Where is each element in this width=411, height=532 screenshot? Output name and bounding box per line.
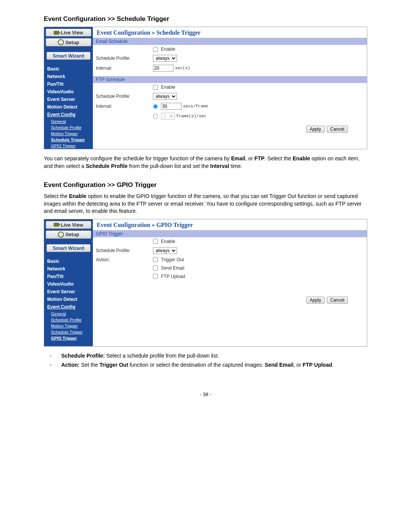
apply-button[interactable]: Apply xyxy=(306,126,325,133)
subnav-schedule-trigger[interactable]: Schedule Trigger xyxy=(44,137,93,143)
subnav-motion-trigger[interactable]: Motion Trigger xyxy=(44,323,93,329)
ftp-enable-checkbox[interactable] xyxy=(153,85,158,90)
schedule-profile-label: Schedule Profile: xyxy=(96,248,153,253)
email-schedule-header: Email Schedule xyxy=(93,38,367,45)
section2-intro: Select the Enable option to enable the G… xyxy=(44,193,367,215)
email-enable-checkbox[interactable] xyxy=(153,47,158,52)
send-email-label: Send Email xyxy=(161,265,184,271)
subnav-gpio-trigger[interactable]: GPIO Trigger xyxy=(44,143,93,149)
subnav-schedule-profile[interactable]: Schedule Profile xyxy=(44,125,93,131)
setup-button[interactable]: Setup xyxy=(46,38,91,46)
gpio-trigger-header: GPIO Trigger xyxy=(93,230,367,237)
subnav-gpio-trigger[interactable]: GPIO Trigger xyxy=(44,335,93,341)
camera-icon xyxy=(54,31,59,35)
breadcrumb: Event Configuration » Schedule Trigger xyxy=(93,27,367,38)
bullet-schedule-profile: -Schedule Profile: Select a schedule pro… xyxy=(44,352,367,360)
smart-wizard-button[interactable]: Smart Wizard xyxy=(46,244,91,252)
nav-pantilt[interactable]: Pan/Tilt xyxy=(44,273,93,280)
sidebar: Live View Setup Smart Wizard Basic Netwo… xyxy=(44,219,93,346)
subnav-schedule-trigger[interactable]: Schedule Trigger xyxy=(44,329,93,335)
live-view-button[interactable]: Live View xyxy=(46,29,91,37)
secsframe-unit: secs/frame xyxy=(183,104,208,109)
section1-body: You can separately configure the schedul… xyxy=(44,155,367,170)
ftp-upload-checkbox[interactable] xyxy=(153,274,158,279)
trigger-out-label: Trigger Out xyxy=(161,257,184,262)
page-number: - 38 - xyxy=(44,391,367,397)
live-view-button[interactable]: Live View xyxy=(46,221,91,229)
nav-network[interactable]: Network xyxy=(44,73,93,80)
cancel-button[interactable]: Cancel xyxy=(327,297,348,304)
ftp-schedule-header: FTP Schedule xyxy=(93,76,367,83)
send-email-checkbox[interactable] xyxy=(153,265,158,270)
schedule-profile-label: Schedule Profile: xyxy=(96,56,153,61)
section-title: Event Configuration >> GPIO Trigger xyxy=(44,181,367,189)
ftp-upload-label: FTP Upload xyxy=(161,274,185,279)
section-title: Event Configuration >> Schedule Trigger xyxy=(44,15,367,23)
breadcrumb: Event Configuration » GPIO Trigger xyxy=(93,219,367,230)
ui-panel-schedule: Live View Setup Smart Wizard Basic Netwo… xyxy=(44,27,367,149)
setup-button[interactable]: Setup xyxy=(46,230,91,239)
subnav-schedule-profile[interactable]: Schedule Profile xyxy=(44,317,93,323)
apply-button[interactable]: Apply xyxy=(306,297,325,304)
nav-pantilt[interactable]: Pan/Tilt xyxy=(44,80,93,88)
content-area: Event Configuration » Schedule Trigger E… xyxy=(93,27,367,149)
ftp-secsframe-input[interactable] xyxy=(161,103,182,110)
email-schedule-profile-select[interactable]: always xyxy=(153,55,177,62)
nav-eventconfig[interactable]: Event Config xyxy=(44,303,93,311)
email-interval-input[interactable] xyxy=(153,65,174,72)
cancel-button[interactable]: Cancel xyxy=(327,126,348,133)
nav-basic[interactable]: Basic xyxy=(44,257,93,265)
ui-panel-gpio: Live View Setup Smart Wizard Basic Netwo… xyxy=(44,219,367,347)
ftp-framessec-select[interactable]: 1 xyxy=(161,113,175,120)
action-label: Action: xyxy=(96,257,153,262)
secs-unit: sec(s) xyxy=(175,66,190,70)
camera-icon xyxy=(54,223,59,227)
gear-icon xyxy=(58,232,64,238)
ftp-secsframe-radio[interactable] xyxy=(153,104,158,109)
nav-motiondetect[interactable]: Motion Detect xyxy=(44,296,93,303)
nav-basic[interactable]: Basic xyxy=(44,65,93,73)
nav-motiondetect[interactable]: Motion Detect xyxy=(44,103,93,111)
smart-wizard-button[interactable]: Smart Wizard xyxy=(46,52,91,60)
bullet-action: -Action: Set the Trigger Out function or… xyxy=(44,361,367,369)
ftp-framessec-radio[interactable] xyxy=(153,114,158,119)
enable-label: Enable xyxy=(161,85,175,90)
enable-label: Enable xyxy=(161,239,175,244)
sidebar: Live View Setup Smart Wizard Basic Netwo… xyxy=(44,27,93,149)
nav-eventserver[interactable]: Event Server xyxy=(44,96,93,103)
nav-network[interactable]: Network xyxy=(44,265,93,273)
ftp-schedule-profile-select[interactable]: always xyxy=(153,93,177,100)
gpio-enable-checkbox[interactable] xyxy=(153,239,158,244)
content-area: Event Configuration » GPIO Trigger GPIO … xyxy=(93,219,367,346)
interval-label: Interval: xyxy=(96,104,153,109)
gear-icon xyxy=(58,39,64,45)
nav-videoaudio[interactable]: Video/Audio xyxy=(44,280,93,288)
nav-eventconfig[interactable]: Event Config xyxy=(44,111,93,118)
enable-label: Enable xyxy=(161,46,175,52)
subnav-general[interactable]: General xyxy=(44,118,93,125)
subnav-motion-trigger[interactable]: Motion Trigger xyxy=(44,131,93,137)
trigger-out-checkbox[interactable] xyxy=(153,257,158,262)
nav-eventserver[interactable]: Event Server xyxy=(44,288,93,296)
gpio-schedule-profile-select[interactable]: always xyxy=(153,247,177,254)
interval-label: Interval: xyxy=(96,66,153,71)
framessec-unit: frame(s)/sec xyxy=(176,114,206,118)
nav-videoaudio[interactable]: Video/Audio xyxy=(44,88,93,96)
subnav-general[interactable]: General xyxy=(44,311,93,317)
schedule-profile-label: Schedule Profile: xyxy=(96,94,153,99)
